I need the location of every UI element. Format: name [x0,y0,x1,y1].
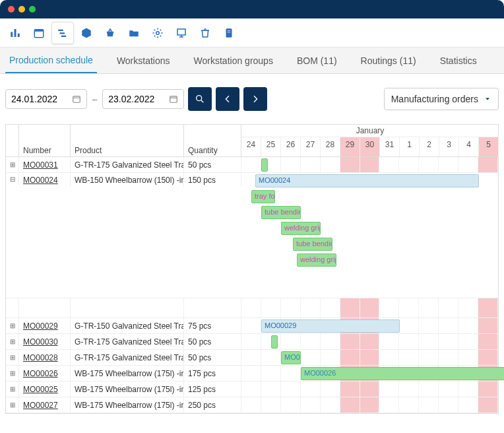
product-name: WB-175 Wheelbarrow (175l) -ins [71,366,184,381]
gantt-bar[interactable]: tray forming [251,190,275,203]
table-row: ⊞MO00026WB-175 Wheelbarrow (175l) -ins17… [6,366,498,382]
order-number-link[interactable]: MO00027 [19,397,71,413]
order-number-link[interactable]: MO00028 [19,350,71,365]
document-icon[interactable] [218,22,240,44]
trash-icon[interactable] [194,22,216,44]
expand-toggle[interactable]: ⊞ [6,366,19,381]
svg-rect-10 [226,28,232,38]
svg-rect-0 [11,32,13,37]
date-separator: – [92,94,97,104]
svg-point-17 [197,96,202,101]
month-label: January [241,125,499,137]
order-number-link[interactable]: MO00029 [19,318,71,333]
tab-routings-11-[interactable]: Routings (11) [357,49,420,73]
view-dropdown[interactable]: Manufacturing orders [384,88,499,110]
window-close-dot[interactable] [8,6,15,13]
gantt-area [241,397,498,413]
header-expand [6,125,19,156]
window-titlebar [0,0,504,18]
svg-rect-2 [18,33,20,36]
expand-toggle[interactable]: ⊞ [6,382,19,397]
order-number-link[interactable]: MO00030 [19,334,71,349]
day-header: 28 [321,137,340,156]
gantt-area [241,334,498,349]
gantt-bar[interactable]: MO00029 [261,319,400,333]
order-number-link[interactable]: MO00025 [19,382,71,397]
table-row: ⊞MO00027WB-175 Wheelbarrow (175l) -ins25… [6,397,498,413]
expand-toggle[interactable]: ⊞ [6,318,19,333]
quantity-value: 50 pcs [184,350,241,365]
tab-bom-11-[interactable]: BOM (11) [293,49,341,73]
gantt-bar[interactable]: tube bending [261,206,301,219]
day-header: 2 [420,137,439,156]
product-name: G-TR-150 Galvanized Steel Tray [71,318,184,333]
gantt-bar[interactable]: welding grips [297,253,336,267]
table-row: ⊞MO00031G-TR-175 Galvanized Steel Tray50… [6,157,498,173]
gantt-bar[interactable]: tube bending [293,238,332,251]
product-name: WB-150 Wheelbarrow (150l) -ins [71,173,184,187]
top-iconbar [0,18,504,48]
quantity-value: 50 pcs [184,157,241,172]
day-header: 30 [360,137,380,156]
gantt-bar[interactable] [271,335,278,349]
cube-icon[interactable] [75,22,98,44]
gantt-bar[interactable]: welding grips [281,222,321,235]
quantity-value: 175 pcs [184,366,241,381]
product-name: G-TR-175 Galvanized Steel Tray [71,334,184,349]
gantt-bar[interactable]: MO00026 [301,367,504,380]
gantt-area [241,382,498,397]
gantt-bar[interactable] [261,158,268,172]
day-header: 24 [241,137,261,156]
gear-icon[interactable] [146,22,169,44]
expand-toggle[interactable]: ⊞ [6,350,19,365]
gantt-bar[interactable]: MO00024 [255,174,479,187]
quantity-value: 75 pcs [184,318,241,333]
svg-line-18 [201,100,203,102]
day-header: 1 [400,137,420,156]
svg-rect-12 [228,32,231,32]
date-to-field[interactable] [108,94,164,104]
product-name: WB-175 Wheelbarrow (175l) -ins [71,397,184,413]
collapse-toggle[interactable]: ⊟ [6,173,19,185]
window-maximize-dot[interactable] [29,6,36,13]
gantt-bar[interactable]: MO0 [281,351,301,364]
gantt-area: MO00026 [241,366,498,381]
order-number-link[interactable]: MO00031 [19,157,71,172]
tab-statistics[interactable]: Statistics [436,49,481,73]
search-button[interactable] [188,87,212,111]
expand-toggle[interactable]: ⊞ [6,157,19,172]
gantt-area: MO0 [241,350,498,365]
tabs-bar: Production scheduleWorkstationsWorkstati… [0,48,504,74]
day-header: 26 [281,137,301,156]
prev-button[interactable] [216,87,239,111]
date-from-input[interactable] [5,89,87,109]
schedule-icon[interactable] [51,22,74,44]
order-number-link[interactable]: MO00026 [19,366,71,381]
day-header: 31 [380,137,400,156]
svg-rect-11 [228,30,231,31]
expand-toggle[interactable]: ⊞ [6,334,19,349]
calendar-icon[interactable] [28,22,50,44]
svg-rect-9 [177,29,185,35]
quantity-value: 250 pcs [184,397,241,413]
svg-rect-7 [61,35,67,36]
next-button[interactable] [243,87,267,111]
chevron-down-icon [484,95,491,103]
quantity-value: 125 pcs [184,382,241,397]
expand-toggle[interactable]: ⊞ [6,397,19,413]
folder-icon[interactable] [123,22,145,44]
basket-icon[interactable] [99,22,121,44]
date-toolbar: – Manufacturing orders [0,74,504,120]
analytics-icon[interactable] [4,22,26,44]
grid-header: Number Product Quantity January 24252627… [6,125,498,157]
svg-rect-13 [73,96,80,102]
order-number-link[interactable]: MO00024 [19,173,71,187]
date-from-field[interactable] [11,94,67,104]
window-minimize-dot[interactable] [18,6,25,13]
presentation-icon[interactable] [170,22,193,44]
svg-rect-1 [15,29,16,37]
tab-production-schedule[interactable]: Production schedule [5,48,97,73]
tab-workstations[interactable]: Workstations [113,49,174,73]
tab-workstation-groups[interactable]: Workstation groups [190,49,277,73]
date-to-input[interactable] [102,89,184,109]
